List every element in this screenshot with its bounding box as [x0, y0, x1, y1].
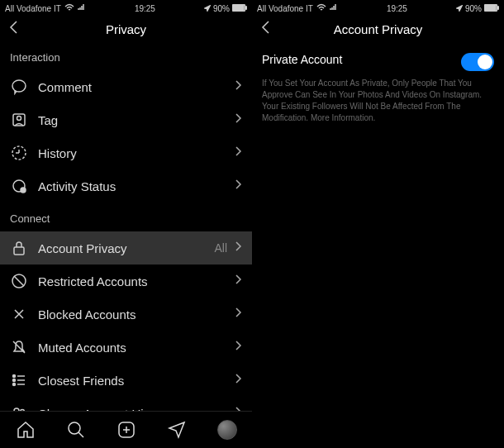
content: Private Account If You Set Your Account …	[252, 41, 504, 448]
menu-label: Blocked Accounts	[38, 307, 234, 322]
menu-label: Account Privacy	[38, 241, 214, 255]
header: Privacy	[0, 17, 252, 41]
svg-point-12	[13, 379, 16, 382]
back-button[interactable]	[8, 20, 20, 39]
svg-point-15	[21, 410, 25, 412]
signal-icon	[330, 3, 338, 13]
comment-icon	[10, 78, 28, 96]
menu-value: All	[214, 241, 227, 255]
location-icon	[204, 4, 211, 13]
menu-closest-friends[interactable]: Closest Friends	[0, 364, 252, 397]
menu-account-privacy[interactable]: Account Privacy All	[0, 231, 252, 265]
left-screen: All Vodafone IT 19:25 90% Privacy Intera…	[0, 0, 252, 448]
activity-icon	[10, 177, 28, 195]
menu-chesea[interactable]: Chesea Account Ui	[0, 397, 252, 411]
signal-icon	[78, 3, 86, 13]
svg-point-8	[21, 188, 26, 193]
private-account-toggle[interactable]	[461, 53, 494, 71]
menu-restricted[interactable]: Restricted Accounts	[0, 265, 252, 298]
svg-point-14	[14, 408, 19, 411]
svg-point-3	[12, 80, 26, 92]
private-account-label: Private Account	[262, 53, 342, 66]
location-icon	[456, 4, 463, 13]
page-title: Account Privacy	[252, 22, 504, 36]
svg-rect-9	[14, 247, 24, 255]
chevron-right-icon	[234, 373, 242, 388]
muted-icon	[10, 338, 28, 356]
status-bar: All Vodafone IT 19:25 90%	[0, 0, 252, 17]
content: Interaction Comment Tag History	[0, 41, 252, 411]
chevron-right-icon	[234, 179, 242, 193]
blocked-icon	[10, 305, 28, 323]
private-account-row: Private Account	[252, 41, 504, 76]
create-icon[interactable]	[116, 419, 137, 441]
menu-label: Muted Accounts	[38, 341, 234, 355]
restricted-icon	[10, 272, 28, 290]
battery-text: 90%	[465, 4, 482, 13]
chevron-right-icon	[234, 79, 242, 94]
menu-tag[interactable]: Tag	[0, 103, 252, 136]
section-connect: Connect	[0, 203, 252, 231]
svg-rect-20	[497, 7, 499, 9]
menu-label: Activity Status	[38, 179, 234, 193]
right-screen: All Vodafone IT 19:25 90% Account Privac…	[252, 0, 504, 448]
chevron-right-icon	[234, 406, 242, 411]
list-icon	[10, 371, 28, 389]
menu-label: Closest Friends	[38, 374, 234, 388]
activity-icon[interactable]	[166, 419, 188, 441]
history-icon	[10, 144, 28, 162]
people-icon	[10, 404, 28, 411]
menu-label: Comment	[38, 80, 234, 94]
header: Account Privacy	[252, 17, 504, 41]
section-interaction: Interaction	[0, 41, 252, 70]
chevron-right-icon	[234, 112, 242, 127]
carrier-text: All Vodafone IT	[5, 4, 61, 13]
search-icon[interactable]	[65, 419, 87, 441]
svg-point-16	[69, 422, 80, 434]
chevron-right-icon	[234, 274, 242, 288]
menu-muted[interactable]: Muted Accounts	[0, 331, 252, 364]
carrier-text: All Vodafone IT	[257, 4, 313, 13]
menu-activity-status[interactable]: Activity Status	[0, 169, 252, 203]
battery-icon	[484, 4, 499, 13]
time-text: 19:25	[135, 4, 155, 13]
chevron-right-icon	[234, 307, 242, 322]
profile-avatar[interactable]	[216, 419, 238, 441]
menu-label: Chesea Account Ui	[38, 407, 234, 412]
svg-rect-19	[486, 5, 497, 10]
menu-history[interactable]: History	[0, 136, 252, 169]
battery-text: 90%	[213, 4, 230, 13]
chevron-right-icon	[234, 145, 242, 160]
menu-comment[interactable]: Comment	[0, 70, 252, 103]
svg-point-5	[17, 117, 21, 121]
svg-point-13	[13, 384, 16, 386]
back-button[interactable]	[260, 20, 272, 39]
wifi-icon	[64, 3, 74, 13]
menu-blocked[interactable]: Blocked Accounts	[0, 298, 252, 331]
time-text: 19:25	[387, 4, 407, 13]
menu-label: Tag	[38, 113, 234, 127]
chevron-right-icon	[234, 241, 242, 255]
page-title: Privacy	[0, 22, 252, 36]
tag-icon	[10, 111, 28, 129]
lock-icon	[10, 239, 28, 257]
chevron-right-icon	[234, 340, 242, 355]
private-account-description: If You Set Your Account As Private, Only…	[252, 76, 504, 132]
svg-rect-2	[245, 7, 247, 9]
menu-label: History	[38, 146, 234, 160]
battery-icon	[232, 4, 247, 13]
toggle-knob	[478, 55, 492, 69]
home-icon[interactable]	[15, 419, 36, 441]
status-bar: All Vodafone IT 19:25 90%	[252, 0, 504, 17]
menu-label: Restricted Accounts	[38, 274, 234, 288]
bottom-nav	[0, 411, 252, 448]
wifi-icon	[316, 3, 326, 13]
svg-rect-1	[234, 5, 245, 10]
svg-point-11	[13, 375, 16, 378]
